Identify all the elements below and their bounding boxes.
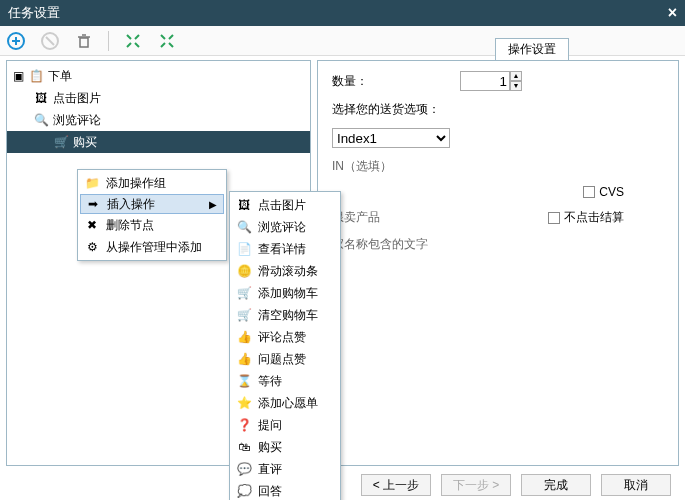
library-icon: ⚙ bbox=[84, 239, 100, 255]
title-bar: 任务设置 × bbox=[0, 0, 685, 26]
collapse-icon[interactable] bbox=[157, 31, 177, 51]
qty-label: 数量： bbox=[332, 73, 452, 90]
submenu-item[interactable]: ❓提问 bbox=[232, 414, 338, 436]
insert-icon: ➡ bbox=[85, 196, 101, 212]
toolbar-separator bbox=[108, 31, 109, 51]
spin-down-icon[interactable]: ▼ bbox=[510, 81, 522, 91]
submenu-item[interactable]: 👍评论点赞 bbox=[232, 326, 338, 348]
submenu-item[interactable]: ⌛等待 bbox=[232, 370, 338, 392]
submenu-item[interactable]: 💭回答 bbox=[232, 480, 338, 500]
context-menu: 📁 添加操作组 ➡ 插入操作 ▶ ✖ 删除节点 ⚙ 从操作管理中添加 bbox=[77, 169, 227, 261]
noclick-checkbox[interactable]: 不点击结算 bbox=[548, 209, 624, 226]
tree-node[interactable]: 🖼 点击图片 bbox=[7, 87, 310, 109]
submenu-item[interactable]: 📄查看详情 bbox=[232, 238, 338, 260]
cvs-checkbox[interactable]: CVS bbox=[583, 185, 624, 199]
question-icon: 👍 bbox=[236, 351, 252, 367]
menu-item-add-group[interactable]: 📁 添加操作组 bbox=[80, 172, 224, 194]
checkbox-box-icon bbox=[583, 186, 595, 198]
menu-item-delete-node[interactable]: ✖ 删除节点 bbox=[80, 214, 224, 236]
svg-rect-5 bbox=[80, 38, 88, 47]
delete-icon: ✖ bbox=[84, 217, 100, 233]
chevron-right-icon: ▶ bbox=[209, 199, 217, 210]
finish-button[interactable]: 完成 bbox=[521, 474, 591, 496]
wizard-footer: < 上一步 下一步 > 完成 取消 bbox=[0, 470, 685, 500]
tree-node-label: 购买 bbox=[73, 134, 97, 151]
stop-icon[interactable] bbox=[40, 31, 60, 51]
cart-clear-icon: 🛒 bbox=[236, 307, 252, 323]
submenu-item[interactable]: 👍问题点赞 bbox=[232, 348, 338, 370]
checkbox-box-icon bbox=[548, 212, 560, 224]
task-icon: 📋 bbox=[28, 68, 44, 84]
browse-icon: 🔍 bbox=[33, 112, 49, 128]
group-icon: 📁 bbox=[84, 175, 100, 191]
answer-icon: 💭 bbox=[236, 483, 252, 499]
tree-root[interactable]: ▣ 📋 下单 bbox=[7, 65, 310, 87]
asin-label-partial: IN（选填） bbox=[332, 158, 392, 175]
window-title: 任务设置 bbox=[8, 4, 60, 22]
ask-icon: ❓ bbox=[236, 417, 252, 433]
menu-item-add-from-lib[interactable]: ⚙ 从操作管理中添加 bbox=[80, 236, 224, 258]
submenu-item[interactable]: 💬直评 bbox=[232, 458, 338, 480]
context-submenu: 🖼点击图片 🔍浏览评论 📄查看详情 🪙滑动滚动条 🛒添加购物车 🛒清空购物车 👍… bbox=[229, 191, 341, 500]
cart-add-icon: 🛒 bbox=[236, 285, 252, 301]
expand-icon[interactable] bbox=[123, 31, 143, 51]
tree-node-label: 浏览评论 bbox=[53, 112, 101, 129]
wait-icon: ⌛ bbox=[236, 373, 252, 389]
tree-panel: ▣ 📋 下单 🖼 点击图片 🔍 浏览评论 🛒 购买 📁 添加操作组 bbox=[6, 60, 311, 466]
submenu-item[interactable]: 🛒清空购物车 bbox=[232, 304, 338, 326]
shipping-label: 选择您的送货选项： bbox=[332, 101, 452, 118]
qty-input[interactable] bbox=[460, 71, 510, 91]
live-icon: 💬 bbox=[236, 461, 252, 477]
settings-panel: 数量： ▲ ▼ 选择您的送货选项： Index1 IN（选填） bbox=[317, 60, 679, 466]
image-icon: 🖼 bbox=[236, 197, 252, 213]
tree-root-label: 下单 bbox=[48, 68, 72, 85]
submenu-item[interactable]: 🛍购买 bbox=[232, 436, 338, 458]
image-icon: 🖼 bbox=[33, 90, 49, 106]
tree-node[interactable]: 🔍 浏览评论 bbox=[7, 109, 310, 131]
next-button[interactable]: 下一步 > bbox=[441, 474, 511, 496]
submenu-item[interactable]: 🛒添加购物车 bbox=[232, 282, 338, 304]
cancel-button[interactable]: 取消 bbox=[601, 474, 671, 496]
tree-node-selected[interactable]: 🛒 购买 bbox=[7, 131, 310, 153]
menu-item-insert-action[interactable]: ➡ 插入操作 ▶ bbox=[80, 194, 224, 214]
shipping-select[interactable]: Index1 bbox=[332, 128, 450, 148]
cvs-label: CVS bbox=[599, 185, 624, 199]
prev-button[interactable]: < 上一步 bbox=[361, 474, 431, 496]
toolbar bbox=[0, 26, 685, 56]
seller-label-partial: 家名称包含的文字 bbox=[332, 236, 428, 253]
trash-icon[interactable] bbox=[74, 31, 94, 51]
wish-icon: ⭐ bbox=[236, 395, 252, 411]
scroll-icon: 🪙 bbox=[236, 263, 252, 279]
noclick-label: 不点击结算 bbox=[564, 209, 624, 226]
cart-icon: 🛒 bbox=[53, 134, 69, 150]
tab-settings[interactable]: 操作设置 bbox=[495, 38, 569, 60]
submenu-item[interactable]: 🪙滑动滚动条 bbox=[232, 260, 338, 282]
buy-icon: 🛍 bbox=[236, 439, 252, 455]
detail-icon: 📄 bbox=[236, 241, 252, 257]
add-icon[interactable] bbox=[6, 31, 26, 51]
close-icon[interactable]: × bbox=[668, 4, 677, 22]
submenu-item[interactable]: 🔍浏览评论 bbox=[232, 216, 338, 238]
browse-icon: 🔍 bbox=[236, 219, 252, 235]
submenu-item[interactable]: 🖼点击图片 bbox=[232, 194, 338, 216]
submenu-item[interactable]: ⭐添加心愿单 bbox=[232, 392, 338, 414]
collapse-toggle-icon[interactable]: ▣ bbox=[13, 69, 24, 83]
tree-node-label: 点击图片 bbox=[53, 90, 101, 107]
spin-up-icon[interactable]: ▲ bbox=[510, 71, 522, 81]
svg-line-4 bbox=[46, 37, 54, 45]
thumb-icon: 👍 bbox=[236, 329, 252, 345]
